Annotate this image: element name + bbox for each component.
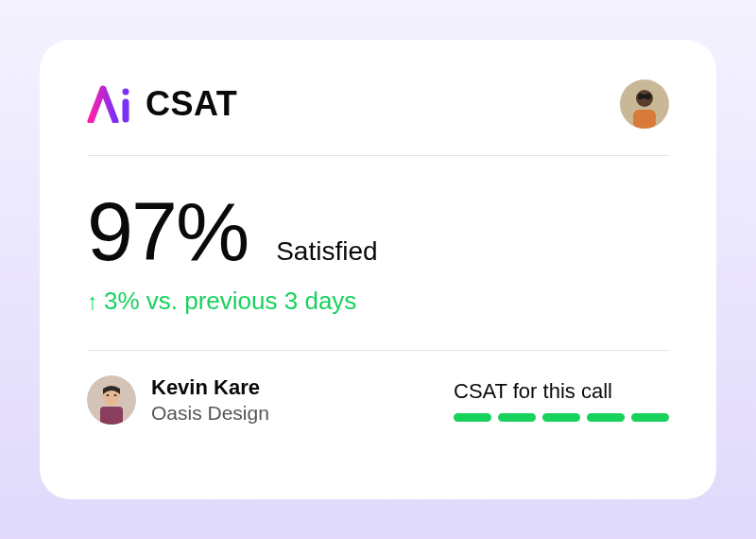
caller-info-block: Kevin Kare Oasis Design [87, 375, 269, 425]
rating-bar [498, 413, 536, 422]
score-delta: ↑ 3% vs. previous 3 days [87, 287, 669, 316]
score-value: 97% [87, 190, 248, 273]
caller-company: Oasis Design [151, 402, 269, 425]
rating-bar [542, 413, 580, 422]
score-row: 97% Satisfied [87, 190, 669, 273]
svg-point-0 [123, 89, 129, 96]
score-label: Satisfied [276, 236, 377, 267]
svg-rect-5 [639, 95, 650, 98]
call-csat-label: CSAT for this call [454, 379, 612, 404]
divider [87, 155, 669, 156]
rating-bar [631, 413, 669, 422]
brand-logo-icon [87, 85, 132, 123]
caller-name: Kevin Kare [151, 375, 269, 400]
brand: CSAT [87, 84, 237, 124]
rating-bars [454, 413, 669, 422]
svg-rect-4 [633, 110, 656, 129]
svg-rect-10 [100, 407, 123, 425]
csat-card: CSAT 97% Satisfied ↑ 3% vs. previous 3 d… [40, 40, 716, 499]
user-avatar[interactable] [620, 79, 669, 129]
call-csat-block: CSAT for this call [454, 379, 669, 422]
divider [87, 350, 669, 351]
svg-point-12 [114, 394, 117, 396]
caller-avatar[interactable] [87, 375, 136, 425]
svg-point-11 [107, 394, 110, 396]
rating-bar [454, 413, 491, 422]
rating-bar [587, 413, 625, 422]
delta-text: 3% vs. previous 3 days [104, 287, 356, 316]
arrow-up-icon: ↑ [87, 290, 98, 313]
caller-text: Kevin Kare Oasis Design [151, 375, 269, 425]
card-header: CSAT [87, 79, 669, 129]
footer-row: Kevin Kare Oasis Design CSAT for this ca… [87, 375, 669, 425]
page-title: CSAT [146, 84, 237, 124]
